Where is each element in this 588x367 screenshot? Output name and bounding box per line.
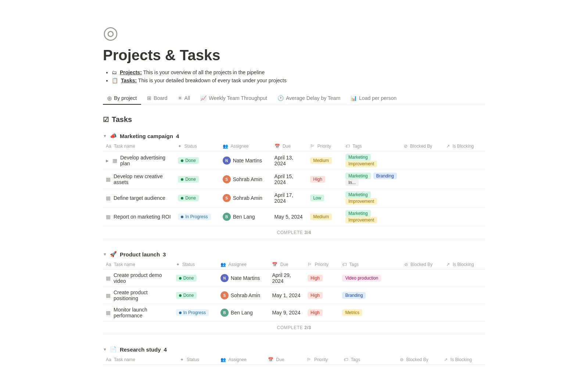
- assignee-name: Ben Lang: [231, 310, 253, 316]
- due-header-label: Due: [283, 144, 291, 149]
- col-status: ✦ Status: [175, 141, 220, 151]
- tags-header-label: Tags: [351, 357, 360, 362]
- status-badge: Done: [178, 157, 199, 164]
- tab-all[interactable]: ✳ All: [173, 92, 195, 105]
- is-blocking-cell: [443, 208, 485, 226]
- avatar: B: [220, 309, 229, 317]
- assignee-header-label: Assignee: [230, 144, 248, 149]
- group-product-launch-header: ▼ 🚀 Product launch 3: [103, 248, 485, 260]
- tab-by-project[interactable]: ◎ By project: [103, 92, 141, 105]
- is-blocking-cell: [443, 304, 485, 321]
- blocked-by-cell: [401, 151, 443, 170]
- group-research-name: Research study: [120, 346, 161, 353]
- avatar: N: [220, 274, 229, 282]
- status-cell: Done: [175, 170, 220, 189]
- tag-badge: Marketing: [345, 210, 371, 217]
- status-badge: Done: [178, 176, 199, 183]
- col-priority: 🏳 Priority: [307, 141, 343, 151]
- load-icon: 📊: [351, 95, 357, 101]
- assignee-cell: N Nate Martins: [220, 151, 272, 170]
- col-due: 📅 Due: [272, 141, 308, 151]
- priority-header-icon: 🏳: [310, 144, 315, 149]
- status-cell: Done: [173, 287, 218, 304]
- blocked-header-label: Blocked By: [410, 144, 432, 149]
- status-dot: [179, 277, 182, 280]
- page-container: ◎ Projects & Tasks 🗂 Projects: This is y…: [74, 0, 514, 367]
- tags-cell: Video production: [339, 270, 401, 287]
- tags-cell: Marketing Improvement: [343, 208, 401, 226]
- tag-badge: Video production: [342, 275, 381, 281]
- task-name-cell: ▶ ▦ Develop advertising plan: [103, 151, 175, 170]
- task-name-text[interactable]: Define target audience: [114, 195, 165, 201]
- task-name-text[interactable]: Report on marketing ROI: [114, 214, 171, 220]
- avatar: S: [220, 291, 229, 299]
- priority-badge: Medium: [310, 157, 332, 164]
- tab-load-label: Load per person: [359, 95, 397, 101]
- is-blocking-cell: [443, 189, 485, 208]
- collapse-research-btn[interactable]: ▼: [103, 347, 107, 352]
- tab-board[interactable]: ⊞ Board: [143, 92, 172, 105]
- assignee-header-label: Assignee: [229, 262, 247, 267]
- task-icon: ▦: [106, 195, 111, 201]
- due-cell: April 17, 2024: [272, 189, 308, 208]
- table-row: ▦ Report on marketing ROI In Progress: [103, 208, 485, 226]
- product-table: Aa Task name ✦ Status 👥 Assignee 📅: [103, 260, 485, 321]
- tab-avg-delay[interactable]: 🕐 Average Delay by Team: [273, 92, 345, 105]
- task-name-cell: ▦ Create product positioning: [103, 287, 173, 304]
- col-priority: 🏳 Priority: [305, 260, 339, 270]
- page-title: Projects & Tasks: [103, 47, 485, 64]
- avatar: B: [223, 213, 231, 221]
- task-name-text[interactable]: Create product positioning: [114, 289, 170, 301]
- due-cell: May 9, 2024: [269, 304, 305, 321]
- task-name-text[interactable]: Create product demo video: [114, 272, 170, 284]
- group-research-header: ▼ 📄 Research study 4: [103, 343, 485, 355]
- tab-all-label: All: [184, 95, 190, 101]
- tags-cell: Marketing Improvement: [343, 151, 401, 170]
- group-marketing: ▼ 📣 Marketing campaign 4 Aa Task name ✦ …: [103, 130, 485, 239]
- tags-cell: Metrics: [339, 304, 401, 321]
- table-row: ▶ ▦ Develop advertising plan Done: [103, 151, 485, 170]
- group-research-icon: 📄: [110, 346, 117, 353]
- priority-header-icon: 🏳: [308, 262, 312, 267]
- collapse-marketing-btn[interactable]: ▼: [103, 134, 107, 138]
- col-blocked-by: ⊘ Blocked By: [401, 260, 444, 270]
- assignee-cell: S Sohrab Amin: [218, 287, 269, 304]
- task-name-text[interactable]: Develop new creative assets: [114, 173, 172, 185]
- group-marketing-count: 4: [176, 133, 179, 139]
- status-cell: Done: [175, 189, 220, 208]
- due-header-icon: 📅: [272, 262, 277, 267]
- tab-load-person[interactable]: 📊 Load per person: [346, 92, 401, 105]
- group-product-launch: ▼ 🚀 Product launch 3 Aa Task name ✦ Stat…: [103, 248, 485, 334]
- product-complete-row: COMPLETE 2/3: [103, 321, 485, 334]
- status-header-label: Status: [187, 357, 199, 362]
- collapse-product-btn[interactable]: ▼: [103, 252, 107, 256]
- assignee-name: Nate Martins: [231, 275, 260, 281]
- priority-cell: High: [307, 170, 343, 189]
- task-icon: ▦: [106, 275, 111, 281]
- task-name-text[interactable]: Monitor launch performance: [114, 307, 170, 319]
- blocked-header-icon: ⊘: [404, 262, 408, 267]
- col-assignee: 👥 Assignee: [218, 355, 265, 365]
- assignee-header-icon: 👥: [223, 144, 228, 149]
- projects-link[interactable]: Projects:: [120, 69, 142, 75]
- tag-badge: Improvement: [345, 161, 377, 167]
- status-dot: [179, 312, 182, 314]
- bullet-list: 🗂 Projects: This is your overview of all…: [103, 69, 485, 83]
- blocked-by-cell: [401, 189, 443, 208]
- assignee-cell: B Ben Lang: [218, 304, 269, 321]
- tab-board-label: Board: [154, 95, 167, 101]
- tag-badge: Improvement: [345, 217, 377, 223]
- status-header-icon: ✦: [176, 262, 180, 267]
- task-icon: ▦: [106, 176, 111, 182]
- all-icon: ✳: [178, 95, 182, 101]
- task-name-text[interactable]: Develop advertising plan: [120, 155, 172, 166]
- tasks-link[interactable]: Tasks:: [121, 78, 137, 83]
- task-name-header-label: Task name: [114, 144, 135, 149]
- col-task-name: Aa Task name: [103, 260, 173, 270]
- status-dot: [181, 216, 183, 218]
- col-due: 📅 Due: [269, 260, 305, 270]
- tag-badge: Marketing: [345, 173, 371, 179]
- tab-weekly-team[interactable]: 📈 Weekly Team Throughput: [196, 92, 272, 105]
- blocked-by-cell: [401, 170, 443, 189]
- expand-btn[interactable]: ▶: [106, 159, 109, 163]
